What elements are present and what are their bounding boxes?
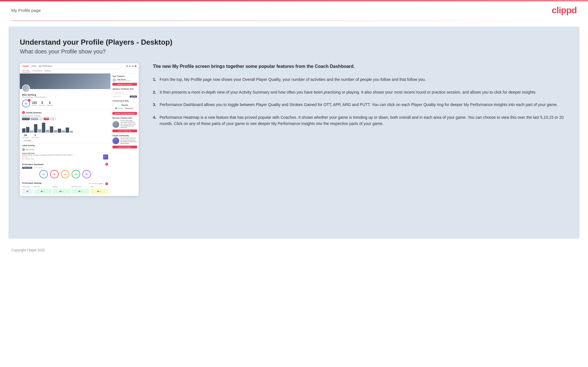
mock-stat-followers: 3 Followers bbox=[39, 101, 45, 106]
mock-pill-oncourse: On-course bbox=[22, 118, 30, 120]
feature-text-1: From the top, My Profile page now shows … bbox=[160, 76, 426, 83]
mock-oncourse-lbl: On Course bbox=[22, 137, 29, 138]
mock-label-approach: Approach bbox=[53, 186, 70, 187]
mock-offcourse-lbl: Off Course bbox=[32, 137, 39, 138]
mock-nav-performance: My Performance bbox=[39, 65, 52, 67]
mock-add-btn: Add Link bbox=[130, 96, 137, 98]
mock-stat-following: 5 Following bbox=[47, 101, 53, 106]
mock-bar-9 bbox=[54, 130, 57, 133]
mock-latest-activity: Latest Activity Blair McHarg Lesson with… bbox=[20, 143, 110, 161]
two-column-layout: clippd Home My Performance My Profile bbox=[20, 63, 568, 196]
mock-latest-title: Latest Activity bbox=[22, 144, 108, 146]
feature-item-1: From the top, My Profile page now shows … bbox=[153, 76, 568, 83]
mock-bar-11 bbox=[62, 130, 65, 133]
mock-stats-row: 92 1 131 Activities 3 Followers bbox=[22, 100, 108, 107]
mock-oncourse-count: 24 On Course bbox=[22, 134, 29, 138]
logo: clippd bbox=[552, 5, 577, 16]
mock-lesson-img bbox=[103, 154, 108, 159]
mock-bar-3 bbox=[30, 130, 33, 133]
mock-stat-activities: 131 Activities bbox=[32, 101, 37, 106]
mock-bar-5 bbox=[38, 129, 41, 133]
mock-heatmap-cell-putt: 96 ↓↓ bbox=[90, 189, 108, 194]
mock-badge-4: 4 bbox=[105, 182, 108, 185]
mock-drill-row: The aim of the Clippd Community drill wi… bbox=[112, 120, 137, 129]
mock-quality-ring: 92 1 bbox=[22, 100, 30, 107]
mock-coach-item: Dan Davies Auchterarder Golf Club bbox=[112, 78, 137, 82]
feature-text-4: Performance Heatmap is a new feature tha… bbox=[160, 114, 568, 127]
mock-connected-badge bbox=[115, 107, 117, 109]
mock-heatmap: Performance Heatmap 5 Round Change: ■■■ … bbox=[20, 180, 110, 196]
mock-bar-2 bbox=[26, 127, 29, 133]
mock-heatmap-meta: 5 Round Change: ■■■ ■■ bbox=[89, 183, 103, 184]
mock-label-around: Around the Green bbox=[71, 186, 89, 187]
mock-trackman-link: Trackman Link bbox=[112, 96, 129, 97]
mock-lesson-text: Nothing to feel like my hands are coming… bbox=[22, 154, 102, 156]
mock-search-icon bbox=[126, 65, 128, 67]
feature-text-2: It then presents a more in-depth view of… bbox=[160, 89, 536, 95]
mock-badge-1: 1 bbox=[28, 99, 31, 102]
mock-community-title: Clippd Community bbox=[112, 135, 137, 137]
mock-tab-my-profile: My Profile bbox=[22, 70, 30, 72]
mock-tab-connections: Connections bbox=[33, 70, 42, 72]
mock-tab-settings: Settings bbox=[45, 70, 51, 72]
mock-community-section: Clippd Community Visit the Clippd Commun… bbox=[112, 135, 137, 148]
mock-player-name: Blair McHarg bbox=[22, 94, 108, 96]
mock-nav: clippd Home My Performance bbox=[20, 63, 139, 69]
mock-followers-val: 3 bbox=[39, 101, 45, 104]
mock-community-row: Visit the Clippd Community and discover … bbox=[112, 137, 137, 144]
mock-pill-6m: 6 mths bbox=[44, 118, 49, 120]
mock-perf-title: Performance Dashboard 3 bbox=[22, 163, 108, 166]
mock-coaches-title: Your Coaches bbox=[112, 75, 137, 77]
mock-lesson-desc: Nothing to feel like my hands are coming… bbox=[22, 154, 102, 160]
mock-badge-2: 2 bbox=[22, 111, 25, 114]
mock-launch-capture-btn: Launch Capture App bbox=[112, 129, 137, 132]
mock-heatmap-cell-pq: 92 bbox=[22, 189, 33, 194]
mock-badge-3: 3 bbox=[105, 163, 108, 166]
mock-label-ott: Off the Tee bbox=[34, 186, 52, 187]
mock-trackman-row: Trackman Link Add Link bbox=[112, 96, 137, 98]
header-divider bbox=[11, 21, 577, 21]
mock-bar-12 bbox=[66, 128, 69, 133]
mock-community-avatar bbox=[112, 137, 119, 144]
page-subheading: What does your Profile show you? bbox=[20, 48, 568, 55]
mock-followers-lbl: Followers bbox=[39, 104, 45, 106]
feature-text-3: Performance Dashboard allows you to togg… bbox=[160, 102, 558, 108]
mock-heatmap-header: Performance Heatmap 5 Round Change: ■■■ … bbox=[22, 182, 108, 185]
mock-ring-app: 85 bbox=[61, 170, 69, 178]
feature-item-2: It then presents a more in-depth view of… bbox=[153, 89, 568, 95]
mock-connect-section: Connect your data Arccos Arccos Disconne… bbox=[112, 100, 137, 115]
mock-all-activities-btn: All Activities bbox=[22, 139, 108, 141]
mock-bar-4 bbox=[34, 124, 37, 133]
mock-bar-7 bbox=[46, 130, 49, 133]
mock-lesson-meta: 01 h · 30 mins · 0mg bbox=[22, 158, 102, 160]
mock-heatmap-row: 92 90 ↓↓ 85 ↓↓ 86 ↓↓ 96 ↓↓ bbox=[22, 189, 108, 194]
mock-la-item-1: Blair McHarg bbox=[22, 148, 108, 152]
mock-manage-coaches-btn: Manage Your Coaches bbox=[112, 83, 137, 86]
mock-la-name: Blair McHarg bbox=[26, 149, 34, 150]
mock-app-screenshot: clippd Home My Performance My Profile bbox=[20, 63, 139, 196]
feature-item-4: Performance Heatmap is a new feature tha… bbox=[153, 114, 568, 127]
mock-drill-title: Record a Practice Drill bbox=[112, 117, 137, 119]
mock-following-val: 5 bbox=[47, 101, 53, 104]
mock-arccos-name: Arccos bbox=[114, 104, 136, 106]
mock-nav-items: Home My Performance bbox=[32, 65, 52, 67]
mock-offcourse-val: 3 bbox=[32, 134, 39, 137]
mock-heatmap-cell-ott: 90 ↓↓ bbox=[34, 189, 52, 194]
mock-heatmap-title: Performance Heatmap bbox=[22, 182, 89, 184]
screenshot-column: clippd Home My Performance My Profile bbox=[20, 63, 139, 196]
mock-nav-right bbox=[126, 65, 136, 67]
mock-bar-chart bbox=[22, 121, 108, 133]
mock-main-col: Blair McHarg Plus Handicap | United King… bbox=[20, 74, 110, 196]
page-title: My Profile page bbox=[11, 8, 41, 13]
feature-item-3: Performance Dashboard allows you to togg… bbox=[153, 102, 568, 108]
mock-heatmap-cell-arg: 86 ↓↓ bbox=[72, 189, 89, 194]
mock-bar-6 bbox=[42, 123, 45, 133]
mock-bar-8 bbox=[50, 126, 53, 133]
mock-drill-desc: The aim of the Clippd Community drill wi… bbox=[120, 120, 137, 129]
mock-activity-title: 2 Activity Summary bbox=[22, 111, 108, 114]
mock-perf-tabs: Player Quality Strokes Gained bbox=[22, 167, 108, 169]
text-column: The new My Profile screen brings togethe… bbox=[153, 63, 568, 133]
mock-coaches-section: Your Coaches Dan Davies Auchterarder Gol… bbox=[112, 75, 137, 86]
mock-bar-13 bbox=[70, 131, 73, 133]
mock-performance-dashboard: Performance Dashboard 3 Player Quality S… bbox=[20, 161, 110, 180]
